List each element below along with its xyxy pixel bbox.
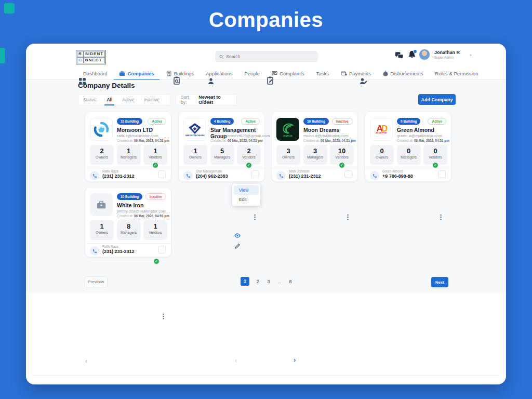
clipboard-search-icon <box>174 76 180 85</box>
page-number-2[interactable]: 2 <box>255 279 260 284</box>
company-created: Created at: 06 Mar, 2023, 04:51 pm <box>397 139 449 142</box>
building-count-badge: 10 Building <box>303 118 329 125</box>
status-filter: Status: AllActiveInactive <box>78 94 170 105</box>
company-email: residentconnect629@gmail.com <box>210 134 270 138</box>
phone-icon <box>276 171 286 180</box>
nav-item-buildings[interactable]: Buildings <box>166 71 194 76</box>
company-card[interactable]: NAM VIET PACKAGING 4 Building Active Sta… <box>178 112 265 182</box>
teal-decor-square <box>4 3 15 14</box>
nav-item-tasks[interactable]: Tasks <box>316 71 329 76</box>
phone-icon <box>370 171 379 180</box>
nav-item-label: Tasks <box>316 71 329 76</box>
previous-page-button[interactable]: Previous <box>85 276 108 287</box>
company-logo <box>90 118 113 141</box>
status-option-active[interactable]: Active <box>122 97 134 102</box>
nav-item-label: Complaints <box>280 71 304 76</box>
managers-stat: 1Managers <box>117 145 141 165</box>
chat-icon[interactable] <box>395 52 404 59</box>
nav-item-label: Buildings <box>174 71 194 76</box>
kebab-menu-icon[interactable]: ⋮ <box>437 214 444 220</box>
chevron-left-icon[interactable]: ‹ <box>235 356 237 364</box>
nav-item-complaints[interactable]: Complaints <box>272 71 304 76</box>
card-checkbox[interactable] <box>438 170 446 178</box>
page-number-1[interactable]: 1 <box>241 277 249 286</box>
search-icon <box>219 55 223 59</box>
company-card[interactable]: USA FOOD 10 Building Inactive Moon Dream… <box>271 112 358 182</box>
building-count-badge: 0 Building <box>397 118 420 125</box>
status-badge: Active <box>241 118 260 125</box>
divider <box>365 168 451 168</box>
nav-item-roles-permission[interactable]: Roles & Permission <box>435 71 478 76</box>
phone-icon <box>90 171 99 180</box>
divider <box>85 243 171 244</box>
avatar[interactable] <box>419 49 430 60</box>
company-card[interactable]: 10 Building Inactive White Iron jimmy.oz… <box>85 187 171 257</box>
managers-stat: 5Managers <box>210 145 234 165</box>
verified-check-icon: ✓ <box>153 258 159 264</box>
teal-decor-square <box>0 48 5 63</box>
company-logo: USA FOOD <box>276 118 299 141</box>
nav-item-label: Disbursements <box>390 71 423 76</box>
status-badge: Active <box>148 118 166 125</box>
contact-phone: (231) 231-2312 <box>102 174 135 179</box>
page-number-3[interactable]: 3 <box>266 279 271 284</box>
card-checkbox[interactable] <box>344 170 352 178</box>
company-email: green.a@mailinator.com <box>397 134 442 138</box>
company-card[interactable]: 10 Building Active Monsoon LTD rafik.r@m… <box>85 112 171 182</box>
sort-dropdown[interactable]: Sort by: Newest to Oldest <box>176 94 237 105</box>
kebab-menu-icon[interactable]: ⋮ <box>251 214 258 220</box>
status-badge: Inactive <box>332 118 353 125</box>
company-name: Moon Dreams <box>303 127 339 133</box>
nav-item-companies[interactable]: Companies <box>119 71 154 76</box>
search-bar[interactable] <box>216 51 317 62</box>
chevron-right-icon[interactable]: › <box>294 356 296 364</box>
card-checkbox[interactable] <box>158 246 166 254</box>
nav-item-payments[interactable]: Payments <box>341 71 371 76</box>
payment-icon <box>341 71 347 76</box>
page-number-8[interactable]: 8 <box>288 279 293 284</box>
contact-phone: (231) 231-2312 <box>102 249 135 254</box>
next-page-button[interactable]: Next <box>431 277 448 287</box>
context-menu-edit[interactable]: Edit <box>234 195 259 204</box>
managers-stat: 0Managers <box>397 145 421 165</box>
company-created: Created at: 06 Mar, 2023, 04:51 pm <box>117 214 169 218</box>
owners-stat: 2Owners <box>90 145 114 165</box>
contact-name: Star Management <box>196 169 222 173</box>
contact-name: Mark Johnson <box>289 169 310 173</box>
add-company-button[interactable]: Add Company <box>418 94 456 105</box>
managers-stat: 3Managers <box>303 145 327 165</box>
contact-name: Green Almond <box>382 169 403 173</box>
building-count-badge: 4 Building <box>210 118 234 125</box>
kebab-menu-icon[interactable]: ⋮ <box>160 313 167 320</box>
company-email: jimmy.oza@mailinator.com <box>117 209 166 214</box>
status-filter-label: Status: <box>83 97 97 102</box>
nav-item-dashboard[interactable]: Dashboard <box>83 71 107 76</box>
kebab-menu-icon[interactable]: ⋮ <box>344 214 351 220</box>
card-checkbox[interactable] <box>158 170 166 178</box>
card-checkbox[interactable] <box>251 170 259 178</box>
nav-item-applications[interactable]: Applications <box>206 71 232 76</box>
status-option-inactive[interactable]: Inactive <box>144 97 159 102</box>
company-created: Created at: 06 Mar, 2023, 04:51 pm <box>117 139 169 142</box>
owners-stat: 1Owners <box>183 145 207 165</box>
section-heading: Company Details <box>78 82 135 89</box>
status-badge: Inactive <box>145 193 166 200</box>
pencil-icon[interactable] <box>235 243 240 249</box>
eye-icon[interactable] <box>234 233 241 238</box>
nav-item-label: Companies <box>127 71 154 76</box>
status-option-all[interactable]: All <box>107 97 112 102</box>
owners-stat: 0Owners <box>370 145 394 165</box>
chevron-left-icon[interactable]: ‹ <box>85 357 87 365</box>
building-count-badge: 10 Building <box>117 118 142 125</box>
main-nav: DashboardCompaniesBuildingsApplicationsP… <box>26 68 506 79</box>
logo-caption: NAM VIET PACKAGING <box>185 135 205 136</box>
contact-phone: (204) 962-2383 <box>196 174 228 179</box>
chevron-down-icon[interactable]: ⌄ <box>469 51 473 57</box>
company-card[interactable]: ADAN DAT PHAT 0 Building Active Green Al… <box>365 112 451 182</box>
company-logo: ADAN DAT PHAT <box>370 118 393 141</box>
search-input[interactable] <box>226 54 314 59</box>
nav-item-people[interactable]: People <box>245 71 260 76</box>
context-menu-view[interactable]: View <box>234 185 259 195</box>
nav-item-disbursements[interactable]: Disbursements <box>383 70 423 76</box>
grid-icon <box>79 78 86 85</box>
